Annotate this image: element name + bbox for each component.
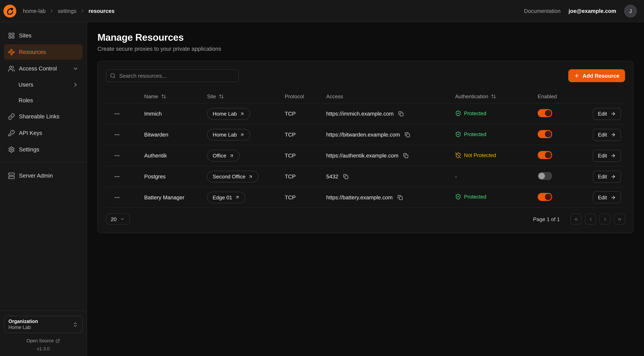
sidebar-item-users[interactable]: Users xyxy=(4,77,82,92)
auth-status-label: - xyxy=(455,174,457,180)
sidebar-item-label: Resources xyxy=(19,49,46,55)
toggle-knob xyxy=(545,131,551,137)
last-page-button[interactable] xyxy=(614,214,625,225)
documentation-link[interactable]: Documentation xyxy=(524,8,560,14)
auth-status: Protected xyxy=(455,131,486,137)
search-input[interactable] xyxy=(106,69,239,82)
page-size-select[interactable]: 20 xyxy=(106,214,130,225)
sidebar-item-settings[interactable]: Settings xyxy=(4,142,82,157)
chevron-left-icon xyxy=(588,216,593,222)
resource-name: Bitwarden xyxy=(144,132,207,138)
sidebar-item-roles[interactable]: Roles xyxy=(4,93,82,108)
sidebar-item-resources[interactable]: Resources xyxy=(4,44,82,60)
edit-button[interactable]: Edit xyxy=(593,108,621,120)
sidebar-item-label: API Keys xyxy=(19,130,42,136)
organization-value: Home Lab xyxy=(8,324,69,330)
breadcrumb-org[interactable]: home-lab xyxy=(23,8,46,14)
open-source-link[interactable]: Open Source xyxy=(4,338,82,343)
row-menu-button[interactable] xyxy=(112,193,122,202)
resource-protocol: TCP xyxy=(285,132,326,138)
copy-button[interactable] xyxy=(398,110,404,117)
organization-selector[interactable]: Organization Home Lab xyxy=(4,316,82,333)
edit-button[interactable]: Edit xyxy=(593,150,621,162)
edit-button-label: Edit xyxy=(598,153,607,159)
organization-label: Organization xyxy=(8,318,69,324)
enabled-toggle[interactable] xyxy=(538,172,552,180)
add-resource-button[interactable]: Add Resource xyxy=(568,69,625,82)
sidebar-item-label: Access Control xyxy=(19,65,57,72)
row-menu-button[interactable] xyxy=(112,109,122,118)
table-header: Name Site Protocol Access xyxy=(106,90,625,103)
copy-button[interactable] xyxy=(342,173,349,180)
copy-button[interactable] xyxy=(404,131,411,138)
arrow-right-icon xyxy=(610,195,616,200)
row-menu-button[interactable] xyxy=(112,130,122,139)
sidebar-item-api-keys[interactable]: API Keys xyxy=(4,125,82,140)
sidebar-nav: Sites Resources Access Control xyxy=(4,28,82,183)
column-label: Protocol xyxy=(285,93,304,99)
chevrons-up-down-icon xyxy=(72,322,78,327)
sidebar-item-server-admin[interactable]: Server Admin xyxy=(4,168,82,183)
shield-check-icon xyxy=(455,110,461,116)
site-link[interactable]: Home Lab xyxy=(207,108,250,120)
chevron-down-icon xyxy=(72,66,78,72)
site-link[interactable]: Office xyxy=(207,150,240,162)
sidebar-item-sites[interactable]: Sites xyxy=(4,28,82,43)
table-row: Immich Home Lab TCP https://immich.examp… xyxy=(106,103,625,124)
sidebar-item-shareable-links[interactable]: Shareable Links xyxy=(4,109,82,124)
resource-protocol: TCP xyxy=(285,153,326,159)
pagination: Page 1 of 1 xyxy=(533,214,625,225)
first-page-button[interactable] xyxy=(570,214,582,225)
version-label: v1.3.0 xyxy=(4,346,82,351)
next-page-button[interactable] xyxy=(599,214,610,225)
breadcrumb-settings[interactable]: settings xyxy=(58,8,76,14)
site-link[interactable]: Edge 01 xyxy=(207,192,246,203)
auth-status: Protected xyxy=(455,194,486,200)
sidebar-item-label: Server Admin xyxy=(19,172,53,179)
table-row: Authentik Office TCP https://authentik.e… xyxy=(106,145,625,166)
search-box xyxy=(106,69,239,82)
site-link[interactable]: Second Office xyxy=(207,171,259,182)
app-shell: Sites Resources Access Control xyxy=(0,22,644,356)
enabled-toggle[interactable] xyxy=(538,151,552,159)
users-icon xyxy=(8,65,15,72)
copy-button[interactable] xyxy=(396,194,404,201)
column-header-authentication[interactable]: Authentication xyxy=(455,93,538,99)
column-label: Authentication xyxy=(455,93,488,99)
main-content: Manage Resources Create secure proxies t… xyxy=(87,22,644,356)
row-menu-button[interactable] xyxy=(112,172,122,181)
app-root: home-lab settings resources Documentatio… xyxy=(0,0,644,356)
column-header-site[interactable]: Site xyxy=(207,93,285,99)
edit-button[interactable]: Edit xyxy=(593,170,621,183)
shield-off-icon xyxy=(455,152,461,158)
open-source-label: Open Source xyxy=(26,338,54,343)
column-header-protocol: Protocol xyxy=(285,93,326,99)
edit-button[interactable]: Edit xyxy=(593,191,621,203)
waypoints-icon xyxy=(8,48,15,56)
row-menu-button[interactable] xyxy=(112,151,122,160)
site-link[interactable]: Home Lab xyxy=(207,129,250,140)
sidebar-item-access-control[interactable]: Access Control xyxy=(4,61,82,76)
user-email[interactable]: joe@example.com xyxy=(568,8,616,14)
ellipsis-icon xyxy=(114,153,120,159)
app-logo-icon[interactable] xyxy=(3,4,16,18)
sidebar-item-label: Users xyxy=(18,81,33,88)
enabled-toggle[interactable] xyxy=(538,193,552,201)
prev-page-button[interactable] xyxy=(585,214,596,225)
user-avatar[interactable]: J xyxy=(624,5,637,17)
layout-grid-icon xyxy=(8,32,15,39)
sidebar-item-label: Shareable Links xyxy=(19,113,59,120)
column-header-name[interactable]: Name xyxy=(144,93,207,99)
site-pill-label: Home Lab xyxy=(213,132,237,138)
breadcrumb-resources[interactable]: resources xyxy=(88,8,114,14)
edit-button[interactable]: Edit xyxy=(593,129,621,141)
arrow-up-down-icon xyxy=(219,94,224,99)
site-pill-label: Edge 01 xyxy=(213,194,232,200)
enabled-toggle[interactable] xyxy=(538,109,552,117)
chevrons-right-icon xyxy=(617,216,622,222)
copy-button[interactable] xyxy=(402,152,409,159)
column-label: Site xyxy=(207,93,216,99)
enabled-toggle[interactable] xyxy=(538,130,552,138)
copy-icon xyxy=(398,195,402,200)
resources-card: Add Resource Name Site xyxy=(98,61,634,233)
